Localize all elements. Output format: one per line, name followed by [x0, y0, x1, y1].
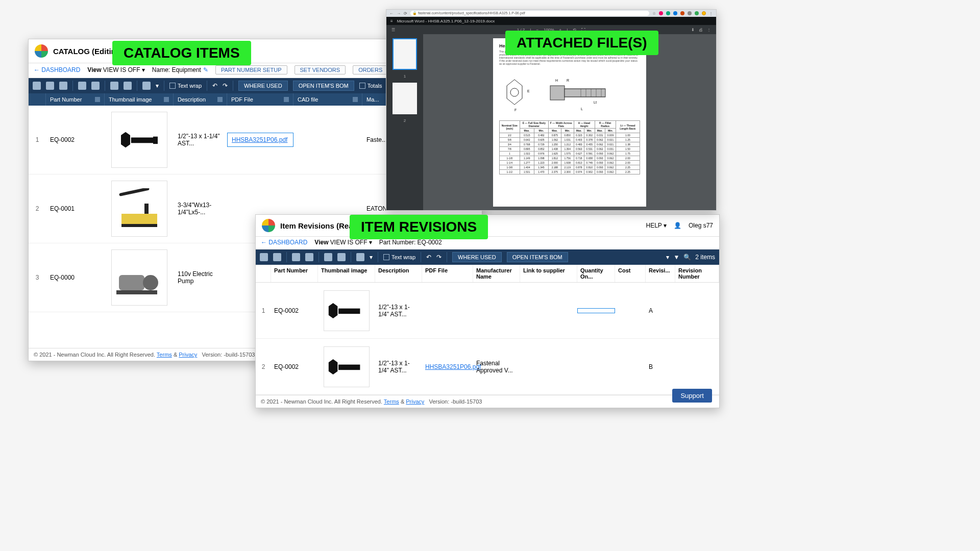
cell-part-number[interactable]: EQ-0001	[46, 202, 105, 215]
terms-link[interactable]: Terms	[384, 398, 399, 405]
cell-part-number[interactable]: EQ-0002	[271, 361, 318, 372]
redo-icon[interactable]: ↷	[436, 254, 442, 261]
more-icon[interactable]: ⋮	[707, 28, 711, 32]
star-icon[interactable]: ☆	[652, 11, 656, 16]
ext-icon[interactable]	[680, 11, 684, 15]
set-vendors-button[interactable]: SET VENDORS	[295, 65, 346, 74]
cell-description[interactable]: 1/2"-13 x 1-1/4" AST...	[174, 130, 227, 150]
back-dashboard-link[interactable]: ← DASHBOARD	[261, 239, 307, 246]
cell-description[interactable]: 3-3/4"Wx13-1/4"Lx5-...	[174, 198, 227, 219]
ext-icon[interactable]	[688, 11, 692, 15]
view-state-dropdown[interactable]: VIEW IS OFF ▾	[330, 239, 372, 246]
terms-link[interactable]: Terms	[157, 352, 172, 358]
print-icon[interactable]: 🖨	[699, 28, 703, 32]
cell-revision-number[interactable]	[675, 309, 719, 313]
cell-cost[interactable]	[615, 365, 646, 369]
view-state-dropdown[interactable]: VIEW IS OFF ▾	[103, 66, 145, 73]
col-link-supplier[interactable]: Link to supplier	[520, 265, 577, 282]
col-part-number[interactable]: Part Number	[46, 93, 105, 106]
where-used-button[interactable]: WHERE USED	[238, 81, 288, 91]
cell-pdf-file[interactable]: HHSBA3251P06.pdf	[227, 133, 293, 147]
col-cad-file[interactable]: CAD file	[293, 93, 362, 106]
cell-cad-file[interactable]	[293, 206, 362, 212]
cell-manufacturer[interactable]: Fastenal Approved V...	[473, 358, 520, 376]
col-pdf-file[interactable]: PDF File	[227, 93, 293, 106]
cell-cad-file[interactable]	[293, 137, 362, 143]
cell-description[interactable]: 1/2"-13 x 1-1/4" AST...	[375, 302, 422, 320]
cell-description[interactable]: 1/2"-13 x 1-1/4" AST...	[375, 358, 422, 376]
cell-link[interactable]	[520, 365, 577, 369]
revision-row[interactable]: 2 EQ-0002 1/2"-13 x 1-1/4" AST... HHSBA3…	[256, 339, 719, 395]
cell-quantity[interactable]	[577, 365, 615, 369]
help-dropdown[interactable]: HELP ▾	[646, 222, 667, 229]
col-pdf-file[interactable]: PDF File	[422, 265, 473, 282]
user-name[interactable]: Oleg s77	[689, 222, 713, 229]
cell-thumbnail[interactable]	[105, 178, 174, 240]
open-items-bom-button[interactable]: OPEN ITEM'S BOM	[507, 252, 568, 262]
cell-pdf-file[interactable]: HHSBA3251P06.pdf	[422, 361, 473, 372]
cell-revision[interactable]: B	[646, 361, 675, 372]
download-icon[interactable]: ⬇	[691, 28, 695, 32]
privacy-link[interactable]: Privacy	[179, 352, 197, 358]
funnel-icon[interactable]: ▼	[673, 254, 679, 261]
textwrap-checkbox[interactable]: Text wrap	[383, 254, 415, 260]
cell-description[interactable]: 110v Electric Pump	[174, 267, 227, 288]
redo-icon[interactable]: ↷	[223, 82, 228, 89]
tree-icon[interactable]	[46, 82, 54, 90]
ext-icon[interactable]	[666, 11, 670, 15]
cell-part-number[interactable]: EQ-0000	[46, 271, 105, 284]
support-button[interactable]: Support	[672, 389, 712, 403]
cell-thumbnail[interactable]	[318, 344, 375, 389]
undo-icon[interactable]: ↶	[426, 254, 431, 261]
pencil-icon[interactable]: ✎	[203, 66, 208, 73]
col-description[interactable]: Description	[375, 265, 422, 282]
cell-thumbnail[interactable]	[105, 246, 174, 309]
col-quantity[interactable]: Quantity On...	[577, 265, 615, 282]
align-icon[interactable]	[142, 82, 151, 90]
cell-thumbnail[interactable]	[318, 288, 375, 333]
cell-link[interactable]	[520, 309, 577, 313]
pdf-page-viewport[interactable]: Heavy Hex Structural Bolts, A325, Type 1…	[423, 34, 716, 210]
cell-manufacturer[interactable]	[473, 309, 520, 313]
add-row-icon[interactable]	[292, 253, 300, 261]
privacy-link[interactable]: Privacy	[406, 398, 424, 405]
filter-icon[interactable]	[217, 97, 223, 102]
address-bar[interactable]: 🔒 fastenal.com/content/product_specifica…	[410, 11, 649, 16]
circle-plus-icon[interactable]	[110, 82, 118, 90]
page-thumbnail-2[interactable]	[393, 83, 417, 114]
circle-down-icon[interactable]	[124, 82, 132, 90]
totals-checkbox[interactable]: Totals	[359, 83, 382, 89]
col-manufacturer-name[interactable]: Manufacturer Name	[473, 265, 520, 282]
filter-icon[interactable]	[353, 97, 358, 102]
col-revision-number[interactable]: Revision Number	[675, 265, 719, 282]
col-part-number[interactable]: Part Number	[271, 265, 318, 282]
columns-icon[interactable]	[59, 82, 67, 90]
menu-icon[interactable]: ≡	[390, 19, 393, 23]
col-description[interactable]: Description	[174, 93, 227, 106]
page-thumbnail-1[interactable]	[393, 38, 417, 70]
cell-part-number[interactable]: EQ-0002	[271, 305, 318, 316]
sidebar-toggle-icon[interactable]: ☰	[391, 28, 395, 32]
ext-icon[interactable]	[695, 11, 699, 15]
ext-icon[interactable]	[673, 11, 677, 15]
pdf-link[interactable]: HHSBA3251P06.pdf	[232, 136, 287, 143]
search-icon[interactable]: 🔍	[683, 254, 691, 261]
col-cost[interactable]: Cost	[615, 265, 646, 282]
back-dashboard-link[interactable]: ← DASHBOARD	[34, 66, 80, 73]
grid-icon[interactable]	[33, 82, 41, 90]
align-icon[interactable]	[356, 253, 364, 261]
cell-part-number[interactable]: EQ-0002	[46, 133, 105, 146]
add-row-icon[interactable]	[78, 82, 86, 90]
chevron-down-icon[interactable]: ▾	[666, 254, 669, 261]
open-items-bom-button[interactable]: OPEN ITEM'S BOM	[293, 81, 354, 91]
circle-minus-icon[interactable]	[337, 253, 346, 261]
where-used-button[interactable]: WHERE USED	[452, 252, 502, 262]
cell-revision-number[interactable]	[675, 365, 719, 369]
pdf-link[interactable]: HHSBA3251P06.pdf	[425, 363, 481, 370]
col-thumbnail[interactable]: Thumbnail image	[318, 265, 375, 282]
col-revision[interactable]: Revisi...	[646, 265, 675, 282]
cell-cost[interactable]	[615, 309, 646, 313]
cell-pdf-file[interactable]	[422, 309, 473, 313]
tree-icon[interactable]	[273, 253, 281, 261]
filter-icon[interactable]	[164, 97, 169, 102]
